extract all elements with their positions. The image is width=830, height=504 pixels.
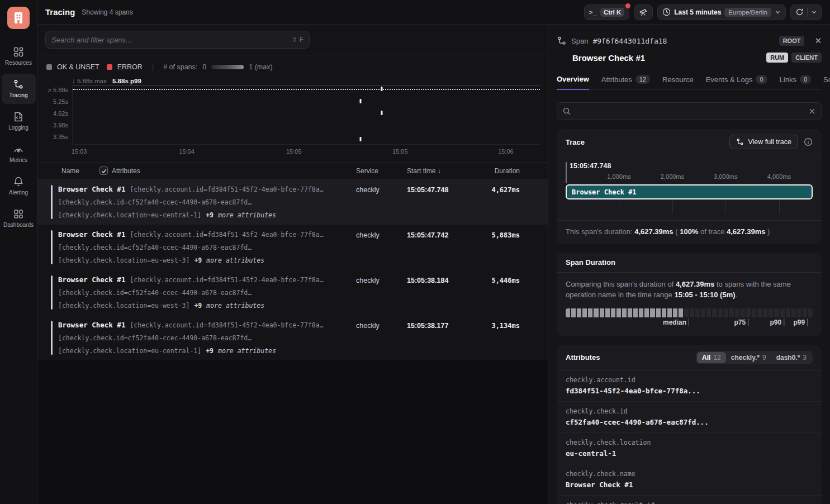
attribute-row[interactable]: checkly.check.location eu-central-1 — [557, 433, 822, 464]
attribute-row[interactable]: checkly.check.result.id c650df1f-3a39-4f… — [557, 496, 822, 504]
sidebar-item-dashboards[interactable]: Dashboards — [2, 203, 36, 234]
more-attributes-label: more attributes — [206, 302, 264, 310]
histogram-segment — [616, 308, 621, 317]
topbar: Tracing Showing 4 spans >_ Ctrl K Last 5… — [37, 0, 830, 25]
building-icon — [13, 12, 24, 24]
table-row[interactable]: Browser Check #1[checkly.account.id=fd38… — [37, 225, 548, 270]
trace-span-bar[interactable]: Browser Check #1 — [566, 184, 813, 199]
scatter-point[interactable] — [381, 87, 383, 91]
duration-cell: 5,883ms — [475, 230, 520, 264]
scatter-point[interactable] — [359, 137, 361, 141]
x-tick: 15:06 — [498, 148, 514, 155]
panel-tabs: Overview Attributes12 Resource Events & … — [557, 75, 822, 90]
tab-overview[interactable]: Overview — [557, 75, 589, 90]
scatter-point[interactable] — [359, 99, 361, 103]
span-detail-panel: Span #9f6f6443011dfa18 ROOT ✕ Browser Ch… — [548, 25, 830, 504]
sidebar-item-metrics[interactable]: Metrics — [2, 139, 36, 169]
tab-attributes[interactable]: Attributes12 — [601, 75, 650, 89]
span-count-gradient — [211, 65, 244, 69]
attr-chip: [checkly.account.id=fd384f51-45f2-4ea0-b… — [130, 186, 323, 193]
trace-span-bar-label: Browser Check #1 — [572, 188, 637, 196]
client-badge: CLIENT — [791, 53, 822, 63]
filter-checkly[interactable]: checkly.*9 — [726, 352, 771, 363]
sidebar-item-alerting[interactable]: Alerting — [2, 171, 36, 201]
attributes-checkbox[interactable] — [99, 167, 108, 175]
histogram-segment — [712, 308, 717, 317]
tab-count-badge: 12 — [635, 75, 650, 84]
sidebar-item-label: Tracing — [10, 92, 28, 98]
table-row[interactable]: Browser Check #1[checkly.account.id=fd38… — [37, 315, 548, 360]
search-shortcut-hint: ⇧ F — [292, 36, 303, 44]
chevron-down-icon[interactable] — [811, 9, 817, 15]
tab-source[interactable]: Sour — [823, 75, 830, 89]
histogram-segment — [679, 308, 683, 317]
attribute-search-input[interactable] — [575, 107, 804, 116]
span-search-bar[interactable]: ⇧ F — [45, 31, 310, 49]
histogram-segment — [628, 308, 632, 317]
span-name: Browser Check #1 — [58, 230, 125, 239]
histogram-segment — [718, 308, 723, 317]
attribute-key: checkly.check.location — [566, 439, 813, 446]
column-attributes[interactable]: Attributes — [112, 167, 140, 175]
time-range-selector[interactable]: Last 5 minutes Europe/Berlin — [657, 4, 786, 20]
column-name[interactable]: Name — [61, 167, 79, 175]
attribute-value: eu-central-1 — [566, 449, 813, 458]
announcements-button[interactable] — [634, 4, 653, 20]
filter-all[interactable]: All12 — [697, 352, 726, 363]
span-label: Span — [571, 37, 588, 45]
tab-events-logs[interactable]: Events & Logs0 — [706, 75, 767, 89]
search-icon — [563, 107, 571, 115]
duration-cell: 3,134ms — [475, 321, 520, 355]
histogram-segment — [650, 308, 654, 317]
service-cell: checkly — [356, 185, 407, 219]
y-tick: 3.98s — [53, 122, 68, 129]
refresh-button-group[interactable] — [790, 4, 822, 20]
sidebar-item-tracing[interactable]: Tracing — [2, 74, 36, 104]
histogram-segment — [656, 308, 661, 317]
service-cell: checkly — [356, 275, 407, 310]
column-start-time[interactable]: Start time ↓ — [407, 167, 475, 175]
table-row[interactable]: Browser Check #1[checkly.account.id=fd38… — [37, 179, 548, 225]
tab-resource[interactable]: Resource — [662, 75, 694, 89]
attribute-value: fd384f51-45f2-4ea0-bfce-77f8a... — [566, 387, 813, 395]
attr-chip: [checkly.check.id=cf52fa40-ccec-4490-a67… — [58, 198, 252, 206]
command-palette-button[interactable]: >_ Ctrl K — [584, 4, 630, 20]
attribute-row[interactable]: checkly.account.id fd384f51-45f2-4ea0-bf… — [557, 370, 822, 402]
histogram-segment — [763, 308, 767, 317]
app-logo[interactable] — [7, 7, 30, 29]
start-time-cell: 15:05:38.177 — [407, 321, 475, 355]
clear-search-icon[interactable] — [809, 108, 815, 115]
sidebar-item-label: Metrics — [10, 157, 27, 163]
attribute-row[interactable]: checkly.check.name Browser Check #1 — [557, 464, 822, 496]
info-icon[interactable] — [804, 137, 813, 146]
sidebar-item-resources[interactable]: Resources — [2, 41, 36, 72]
filter-dash0[interactable]: dash0.*3 — [771, 352, 812, 363]
span-duration-heading: Span Duration — [566, 258, 615, 267]
attribute-search-bar[interactable] — [557, 102, 822, 120]
x-axis: 15:03 15:04 15:05 15:05 15:06 — [72, 144, 540, 159]
sidebar-item-logging[interactable]: Logging — [2, 106, 36, 136]
histogram-segment — [633, 308, 638, 317]
close-icon[interactable]: ✕ — [814, 36, 822, 46]
ok-legend-swatch — [46, 64, 52, 70]
scatter-plot-area[interactable] — [72, 85, 540, 144]
page-title: Tracing — [45, 7, 75, 17]
bell-icon — [13, 176, 24, 187]
histogram-segment — [757, 308, 762, 317]
scatter-point[interactable] — [381, 111, 383, 115]
column-service[interactable]: Service — [356, 167, 407, 175]
view-full-trace-button[interactable]: View full trace — [729, 135, 798, 149]
column-duration[interactable]: Duration — [475, 167, 520, 175]
histogram-segment — [695, 308, 700, 317]
x-tick: 15:03 — [72, 148, 87, 155]
span-search-input[interactable] — [51, 36, 292, 44]
tab-links[interactable]: Links0 — [780, 75, 811, 89]
spans-table: Name Attributes Service Start time ↓ Dur… — [37, 163, 548, 360]
service-cell: checkly — [356, 321, 407, 355]
table-row[interactable]: Browser Check #1[checkly.account.id=fd38… — [37, 270, 548, 315]
attr-chip: [checkly.account.id=fd384f51-45f2-4ea0-b… — [130, 231, 323, 239]
attribute-row[interactable]: checkly.check.id cf52fa40-ccec-4490-a678… — [557, 402, 822, 433]
histogram-segment — [746, 308, 751, 317]
row-accent-bar — [51, 185, 53, 219]
attr-chip: [checkly.check.location=eu-central-1] — [58, 211, 201, 219]
